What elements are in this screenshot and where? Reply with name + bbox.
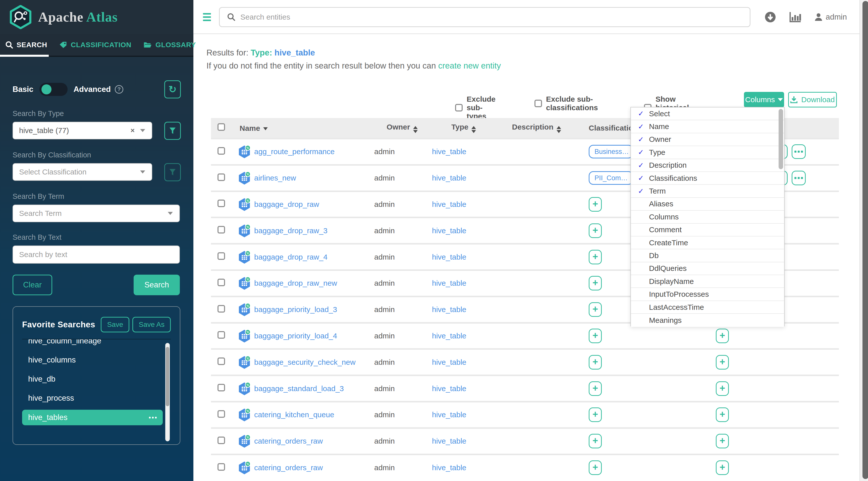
classification-tag[interactable]: Business… bbox=[589, 145, 633, 158]
columns-menu-item[interactable]: Term bbox=[631, 185, 784, 198]
column-header-owner[interactable]: Owner bbox=[373, 118, 431, 138]
entity-name-link[interactable]: baggage_drop_raw_3 bbox=[254, 226, 328, 235]
classification-filter-button[interactable] bbox=[164, 163, 181, 181]
tab-classification[interactable]: CLASSIFICATION bbox=[59, 41, 131, 49]
entity-name-link[interactable]: baggage_drop_raw bbox=[254, 200, 319, 209]
columns-menu-item[interactable]: CreateTime bbox=[631, 236, 784, 249]
type-link[interactable]: hive_table bbox=[432, 147, 466, 156]
column-header-description[interactable]: Description bbox=[496, 118, 577, 138]
download-button[interactable]: Download bbox=[788, 92, 837, 107]
classification-select[interactable]: Select Classification bbox=[12, 163, 152, 181]
type-link[interactable]: hive_table bbox=[432, 279, 466, 287]
row-checkbox[interactable] bbox=[217, 437, 225, 444]
columns-menu-item[interactable]: Description bbox=[631, 159, 784, 172]
add-classification-button[interactable] bbox=[589, 381, 602, 396]
add-term-button[interactable] bbox=[716, 381, 729, 396]
entity-name-link[interactable]: baggage_priority_load_4 bbox=[254, 332, 337, 340]
columns-menu-item[interactable]: Columns bbox=[631, 211, 784, 223]
columns-menu-item[interactable]: Db bbox=[631, 249, 784, 262]
entity-name-link[interactable]: baggage_standard_load_3 bbox=[254, 384, 344, 393]
columns-menu-item[interactable]: Name bbox=[631, 120, 784, 133]
type-link[interactable]: hive_table bbox=[432, 200, 466, 209]
columns-menu-item[interactable]: Classifications bbox=[631, 172, 784, 185]
add-classification-button[interactable] bbox=[589, 355, 602, 370]
row-checkbox[interactable] bbox=[217, 357, 225, 365]
favorite-search-item[interactable]: hive_db bbox=[22, 370, 163, 389]
create-new-entity-link[interactable]: create new entity bbox=[438, 61, 501, 70]
columns-menu-item[interactable]: Aliases bbox=[631, 198, 784, 211]
add-term-button[interactable] bbox=[716, 460, 729, 475]
row-checkbox[interactable] bbox=[217, 252, 225, 260]
favorite-search-item[interactable]: hive_tables bbox=[22, 410, 163, 425]
entity-name-link[interactable]: baggage_security_check_new bbox=[254, 358, 355, 366]
add-classification-button[interactable] bbox=[589, 302, 602, 317]
type-filter-button[interactable] bbox=[164, 122, 181, 140]
type-link[interactable]: hive_table bbox=[432, 253, 466, 261]
add-classification-button[interactable] bbox=[589, 276, 602, 290]
page-scrollbar[interactable] bbox=[860, 0, 868, 481]
clear-button[interactable]: Clear bbox=[12, 275, 52, 295]
scrollbar-thumb[interactable] bbox=[779, 109, 783, 169]
columns-menu-item[interactable]: InputToProcesses bbox=[631, 288, 784, 301]
entity-name-link[interactable]: baggage_drop_raw_new bbox=[254, 279, 337, 287]
row-checkbox[interactable] bbox=[217, 200, 225, 207]
add-term-button[interactable] bbox=[716, 408, 729, 422]
add-classification-button[interactable] bbox=[589, 223, 602, 238]
row-checkbox[interactable] bbox=[217, 173, 225, 181]
row-checkbox[interactable] bbox=[217, 410, 225, 418]
row-checkbox[interactable] bbox=[217, 305, 225, 313]
tab-glossary[interactable]: GLOSSARY bbox=[144, 41, 196, 49]
entity-name-link[interactable]: baggage_priority_load_3 bbox=[254, 305, 337, 314]
add-classification-button[interactable] bbox=[589, 408, 602, 422]
search-button[interactable]: Search bbox=[134, 275, 180, 295]
scrollbar-thumb[interactable] bbox=[863, 1, 868, 479]
row-checkbox[interactable] bbox=[217, 463, 225, 471]
type-link[interactable]: hive_table bbox=[432, 463, 466, 472]
more-tags-button[interactable] bbox=[792, 171, 806, 185]
hamburger-menu-icon[interactable] bbox=[203, 13, 211, 23]
column-header-name[interactable]: Name bbox=[231, 118, 373, 138]
type-select[interactable]: hive_table (77) bbox=[12, 122, 152, 139]
row-checkbox[interactable] bbox=[217, 226, 225, 233]
type-link[interactable]: hive_table bbox=[432, 174, 466, 182]
save-button[interactable]: Save bbox=[101, 317, 129, 332]
refresh-button[interactable] bbox=[164, 80, 181, 98]
help-icon[interactable] bbox=[115, 85, 123, 94]
exclude-subclassifications-checkbox[interactable] bbox=[534, 100, 542, 107]
basic-advanced-toggle[interactable] bbox=[39, 83, 68, 96]
classification-tag[interactable]: PII_Com… bbox=[589, 171, 633, 185]
statistics-icon[interactable] bbox=[789, 11, 801, 23]
more-options-icon[interactable] bbox=[149, 417, 157, 418]
favorite-search-item[interactable]: hive_column_lineage bbox=[22, 340, 163, 350]
favorites-scrollbar[interactable] bbox=[165, 343, 170, 441]
columns-button[interactable]: Columns bbox=[744, 92, 784, 107]
exclude-subtypes-checkbox[interactable] bbox=[455, 104, 463, 111]
type-link[interactable]: hive_table bbox=[432, 305, 466, 314]
dropdown-scrollbar[interactable] bbox=[779, 109, 783, 324]
select-all-checkbox[interactable] bbox=[217, 123, 225, 131]
type-link[interactable]: hive_table bbox=[432, 332, 466, 340]
columns-menu-item[interactable]: Meanings bbox=[631, 314, 784, 327]
type-link[interactable]: hive_table bbox=[432, 411, 466, 419]
type-link[interactable]: hive_table bbox=[432, 226, 466, 235]
search-entities-input[interactable] bbox=[240, 13, 692, 21]
add-term-button[interactable] bbox=[716, 434, 729, 448]
add-classification-button[interactable] bbox=[589, 197, 602, 212]
more-tags-button[interactable] bbox=[792, 145, 806, 159]
columns-menu-item[interactable]: LastAccessTime bbox=[631, 301, 784, 314]
entity-name-link[interactable]: catering_kitchen_queue bbox=[254, 411, 334, 419]
search-by-text-input[interactable] bbox=[12, 246, 180, 264]
add-term-button[interactable] bbox=[716, 329, 729, 343]
type-link[interactable]: hive_table bbox=[432, 384, 466, 393]
add-term-button[interactable] bbox=[716, 355, 729, 370]
columns-menu-item[interactable]: Comment bbox=[631, 224, 784, 236]
type-link[interactable]: hive_table bbox=[432, 437, 466, 445]
columns-menu-item[interactable]: DdlQueries bbox=[631, 262, 784, 275]
row-checkbox[interactable] bbox=[217, 147, 225, 155]
download-circle-icon[interactable] bbox=[765, 11, 776, 23]
add-classification-button[interactable] bbox=[589, 329, 602, 343]
term-select[interactable]: Search Term bbox=[12, 204, 180, 222]
entity-name-link[interactable]: baggage_drop_raw_4 bbox=[254, 253, 328, 261]
favorite-search-item[interactable]: hive_process bbox=[22, 389, 163, 408]
columns-menu-item[interactable]: Select bbox=[631, 107, 784, 120]
